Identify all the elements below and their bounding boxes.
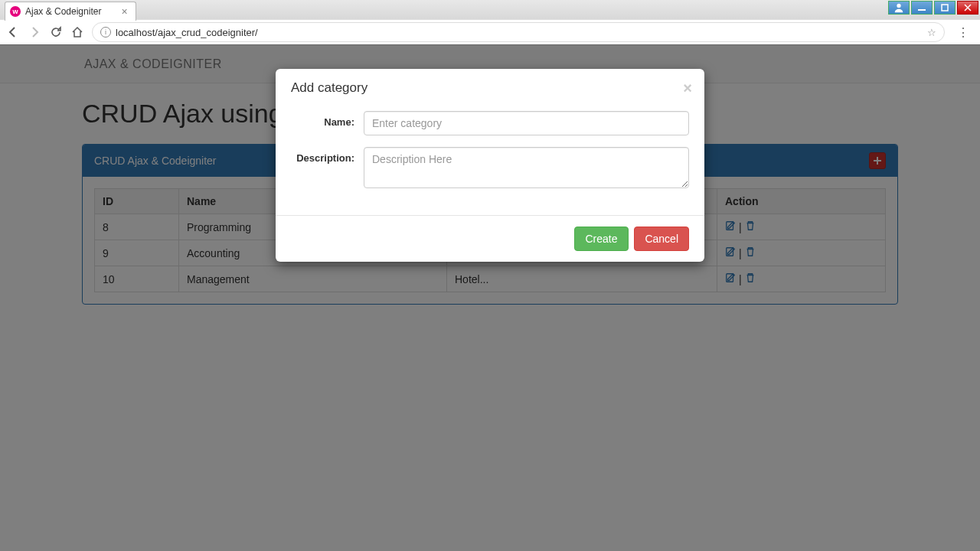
browser-tab[interactable]: w Ajax & Codeigniter × [5, 2, 136, 21]
cancel-button[interactable]: Cancel [634, 227, 689, 251]
category-name-input[interactable] [364, 111, 689, 135]
window-minimize-button[interactable] [911, 1, 933, 15]
favicon-icon: w [10, 6, 21, 17]
browser-titlebar: w Ajax & Codeigniter × [0, 0, 980, 19]
create-button[interactable]: Create [574, 227, 628, 251]
home-button[interactable] [70, 25, 84, 39]
modal-close-icon[interactable]: × [683, 80, 692, 97]
back-button[interactable] [6, 25, 20, 39]
forward-button[interactable] [28, 25, 41, 39]
window-maximize-button[interactable] [934, 1, 956, 15]
category-description-input[interactable] [364, 147, 689, 188]
window-close-button[interactable] [957, 1, 978, 15]
browser-toolbar: i localhost/ajax_crud_codeigniter/ ☆ ⋮ [0, 19, 980, 44]
tab-title: Ajax & Codeigniter [25, 6, 101, 17]
url-text: localhost/ajax_crud_codeigniter/ [116, 27, 258, 38]
bookmark-star-icon[interactable]: ☆ [927, 27, 936, 38]
description-label: Description: [291, 147, 364, 164]
tab-close-icon[interactable]: × [121, 5, 127, 18]
svg-rect-1 [918, 9, 926, 11]
name-label: Name: [291, 111, 364, 128]
address-bar[interactable]: i localhost/ajax_crud_codeigniter/ ☆ [92, 22, 945, 42]
browser-menu-button[interactable]: ⋮ [952, 25, 974, 40]
reload-button[interactable] [49, 25, 63, 39]
window-user-button[interactable] [888, 1, 910, 15]
modal-title: Add category [291, 80, 689, 96]
site-info-icon[interactable]: i [100, 27, 111, 37]
add-category-modal: Add category × Name: Description: Create… [276, 69, 704, 262]
svg-point-0 [897, 4, 900, 8]
svg-rect-2 [942, 5, 948, 11]
